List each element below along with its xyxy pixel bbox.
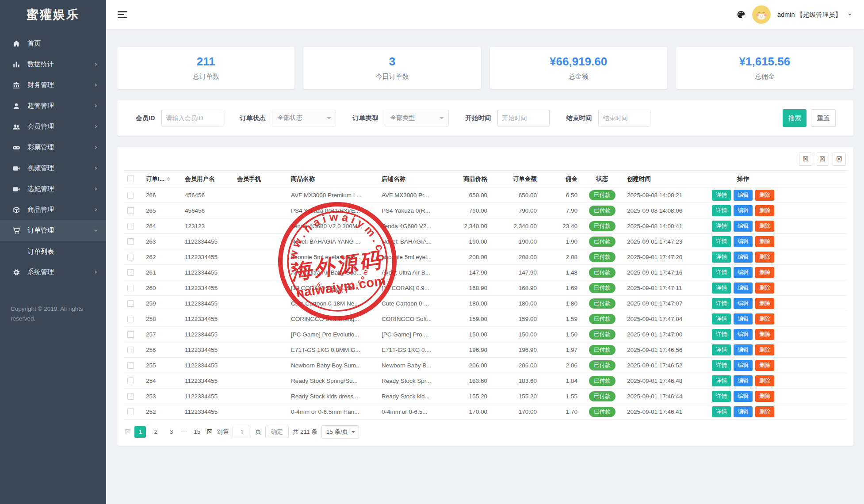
delete-button[interactable]: 删除: [755, 329, 774, 340]
member-id-input[interactable]: [161, 110, 223, 126]
delete-button[interactable]: 删除: [755, 298, 774, 309]
column-header-7[interactable]: 佣金: [540, 171, 581, 187]
order-status-select[interactable]: 全部状态: [272, 110, 336, 126]
next-page-button[interactable]: ☒: [207, 428, 213, 436]
column-header-1[interactable]: 会员用户名: [181, 171, 233, 187]
delete-button[interactable]: 删除: [755, 267, 774, 278]
end-time-input[interactable]: [598, 110, 650, 126]
delete-button[interactable]: 删除: [755, 205, 774, 216]
detail-button[interactable]: 详情: [712, 283, 731, 294]
sidebar-item-0[interactable]: 首页: [0, 33, 106, 54]
sidebar-item-8[interactable]: 商品管理›: [0, 199, 106, 220]
row-checkbox[interactable]: [127, 285, 134, 291]
sidebar-item-3[interactable]: 超管管理›: [0, 95, 106, 116]
edit-button[interactable]: 编辑: [734, 375, 753, 386]
row-checkbox[interactable]: [127, 316, 134, 322]
theme-palette-icon[interactable]: [737, 10, 745, 19]
column-header-3[interactable]: 商品名称: [287, 171, 378, 187]
detail-button[interactable]: 详情: [712, 236, 731, 247]
sidebar-item-5[interactable]: 彩票管理›: [0, 137, 106, 158]
sidebar-toggle-button[interactable]: [118, 11, 127, 18]
edit-button[interactable]: 编辑: [734, 236, 753, 247]
row-checkbox[interactable]: [127, 409, 134, 415]
edit-button[interactable]: 编辑: [734, 391, 753, 402]
page-button-2[interactable]: 2: [150, 426, 161, 438]
column-header-2[interactable]: 会员手机: [233, 171, 287, 187]
sidebar-item-6[interactable]: 视频管理›: [0, 158, 106, 179]
edit-button[interactable]: 编辑: [734, 360, 753, 371]
row-checkbox[interactable]: [127, 347, 134, 353]
delete-button[interactable]: 删除: [755, 391, 774, 402]
row-checkbox[interactable]: [127, 192, 134, 199]
detail-button[interactable]: 详情: [712, 205, 731, 216]
toolbar-icon-button-1[interactable]: ☒: [799, 153, 812, 166]
detail-button[interactable]: 详情: [712, 360, 731, 371]
column-header-0[interactable]: 订单I...: [142, 171, 181, 187]
delete-button[interactable]: 删除: [755, 190, 774, 201]
row-checkbox[interactable]: [127, 331, 134, 338]
delete-button[interactable]: 删除: [755, 406, 774, 417]
edit-button[interactable]: 编辑: [734, 406, 753, 417]
delete-button[interactable]: 删除: [755, 252, 774, 263]
edit-button[interactable]: 编辑: [734, 267, 753, 278]
detail-button[interactable]: 详情: [712, 329, 731, 340]
detail-button[interactable]: 详情: [712, 221, 731, 232]
chevron-down-icon[interactable]: [848, 14, 852, 17]
detail-button[interactable]: 详情: [712, 391, 731, 402]
edit-button[interactable]: 编辑: [734, 313, 753, 325]
edit-button[interactable]: 编辑: [734, 329, 753, 340]
delete-button[interactable]: 删除: [755, 375, 774, 386]
page-button-3[interactable]: 3: [165, 426, 177, 438]
detail-button[interactable]: 详情: [712, 313, 731, 325]
row-checkbox[interactable]: [127, 362, 134, 369]
sidebar-item-1[interactable]: 数据统计›: [0, 54, 106, 75]
toolbar-icon-button-2[interactable]: ☒: [816, 153, 829, 166]
row-checkbox[interactable]: [127, 393, 134, 400]
search-button[interactable]: 搜索: [783, 109, 807, 127]
sidebar-item-9[interactable]: 订单管理›: [0, 220, 106, 241]
detail-button[interactable]: 详情: [712, 344, 731, 355]
detail-button[interactable]: 详情: [712, 267, 731, 278]
sidebar-item-4[interactable]: 会员管理›: [0, 116, 106, 137]
edit-button[interactable]: 编辑: [734, 344, 753, 355]
delete-button[interactable]: 删除: [755, 360, 774, 371]
page-button-1[interactable]: 1: [134, 426, 146, 438]
toolbar-icon-button-3[interactable]: ☒: [833, 153, 846, 166]
row-checkbox[interactable]: [127, 207, 134, 214]
row-checkbox[interactable]: [127, 223, 134, 229]
start-time-input[interactable]: [497, 110, 550, 126]
column-header-9[interactable]: 创建时间: [623, 171, 698, 187]
delete-button[interactable]: 删除: [755, 283, 774, 294]
delete-button[interactable]: 删除: [755, 344, 774, 355]
row-checkbox[interactable]: [127, 254, 134, 260]
delete-button[interactable]: 删除: [755, 221, 774, 232]
sidebar-item-10[interactable]: 系统管理›: [0, 262, 106, 283]
column-header-10[interactable]: 操作: [698, 171, 788, 187]
row-checkbox[interactable]: [127, 300, 134, 307]
user-avatar[interactable]: [752, 5, 771, 24]
edit-button[interactable]: 编辑: [734, 221, 753, 232]
order-type-select[interactable]: 全部类型: [385, 110, 449, 126]
detail-button[interactable]: 详情: [712, 252, 731, 263]
edit-button[interactable]: 编辑: [734, 283, 753, 294]
row-checkbox[interactable]: [127, 378, 134, 384]
column-header-5[interactable]: 商品价格: [444, 171, 491, 187]
detail-button[interactable]: 详情: [712, 298, 731, 309]
goto-page-input[interactable]: [233, 426, 251, 438]
page-button-15[interactable]: 15: [191, 426, 203, 438]
per-page-select[interactable]: 15 条/页: [321, 425, 359, 439]
delete-button[interactable]: 删除: [755, 236, 774, 247]
edit-button[interactable]: 编辑: [734, 298, 753, 309]
detail-button[interactable]: 详情: [712, 406, 731, 417]
sidebar-item-2[interactable]: 财务管理›: [0, 75, 106, 95]
edit-button[interactable]: 编辑: [734, 190, 753, 201]
detail-button[interactable]: 详情: [712, 375, 731, 386]
sort-icon[interactable]: [167, 177, 170, 181]
column-header-4[interactable]: 店铺名称: [378, 171, 444, 187]
column-header-8[interactable]: 状态: [581, 171, 623, 187]
detail-button[interactable]: 详情: [712, 190, 731, 201]
prev-page-button[interactable]: ☒: [125, 428, 130, 436]
column-header-6[interactable]: 订单金额: [491, 171, 540, 187]
sidebar-item-7[interactable]: 选妃管理›: [0, 179, 106, 199]
goto-confirm-button[interactable]: 确定: [265, 426, 289, 438]
